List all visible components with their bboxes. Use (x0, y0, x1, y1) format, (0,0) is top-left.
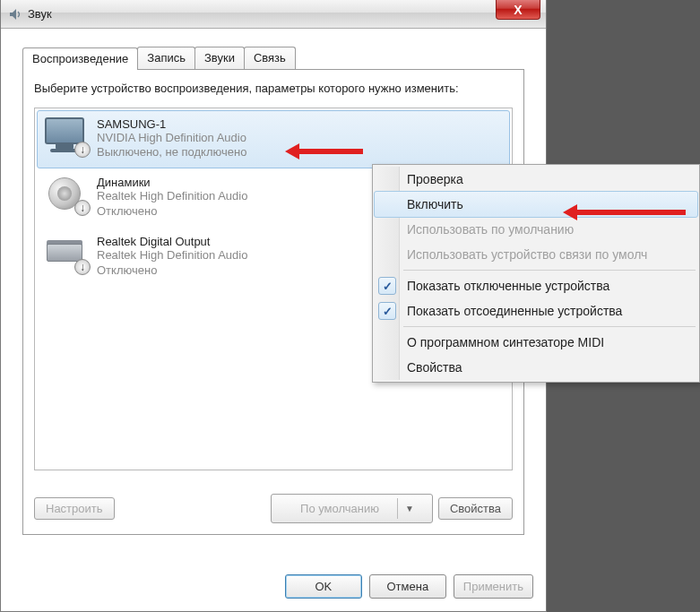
menu-test[interactable]: Проверка (375, 167, 697, 192)
check-icon: ✓ (378, 302, 396, 320)
menu-label: Показать отсоединенные устройства (407, 304, 622, 318)
ok-button[interactable]: OK (285, 574, 362, 599)
panel-buttons: Настроить По умолчанию ▼ Свойства (34, 494, 513, 523)
device-driver: NVIDIA High Definition Audio (97, 131, 504, 146)
device-item-samsung[interactable]: ↓ SAMSUNG-1 NVIDIA High Definition Audio… (37, 110, 510, 169)
device-context-menu: Проверка Включить Использовать по умолча… (372, 164, 700, 383)
apply-button[interactable]: Применить (454, 574, 533, 599)
set-default-label: По умолчанию (282, 498, 398, 519)
set-default-button[interactable]: По умолчанию ▼ (271, 494, 433, 523)
close-icon: X (514, 3, 522, 17)
titlebar: Звук X (1, 0, 546, 29)
menu-show-disabled[interactable]: ✓ Показать отключенные устройства (375, 273, 697, 298)
dialog-buttons: OK Отмена Применить (285, 574, 533, 599)
close-button[interactable]: X (496, 0, 540, 20)
down-arrow-badge-icon: ↓ (74, 142, 91, 158)
window-title: Звук (28, 7, 52, 21)
menu-set-default[interactable]: Использовать по умолчанию (375, 217, 697, 242)
annotation-arrow (569, 210, 686, 215)
configure-button[interactable]: Настроить (34, 497, 115, 520)
properties-button[interactable]: Свойства (438, 497, 513, 520)
menu-separator (403, 326, 696, 327)
monitor-icon: ↓ (43, 117, 86, 155)
tab-sounds[interactable]: Звуки (194, 47, 245, 69)
menu-label: Показать отключенные устройства (407, 279, 609, 293)
chevron-down-icon[interactable]: ▼ (398, 500, 421, 517)
down-arrow-badge-icon: ↓ (74, 259, 91, 275)
speaker-icon: ↓ (43, 176, 86, 213)
tab-communications[interactable]: Связь (244, 47, 296, 69)
menu-show-disconnected[interactable]: ✓ Показать отсоединенные устройства (375, 298, 697, 323)
menu-set-comm-default[interactable]: Использовать устройство связи по умолч (375, 242, 697, 267)
tab-playback[interactable]: Воспроизведение (22, 47, 138, 70)
check-icon: ✓ (378, 277, 396, 295)
tab-recording[interactable]: Запись (137, 47, 195, 69)
tab-strip: Воспроизведение Запись Звуки Связь (22, 47, 524, 69)
menu-about-midi[interactable]: О программном синтезаторе MIDI (375, 330, 697, 355)
instruction-text: Выберите устройство воспроизведения, пар… (34, 81, 513, 97)
sound-icon (8, 7, 22, 22)
down-arrow-badge-icon: ↓ (74, 200, 91, 216)
annotation-arrow (291, 149, 363, 154)
audio-device-icon: ↓ (43, 235, 86, 272)
menu-properties[interactable]: Свойства (375, 355, 697, 380)
device-name: SAMSUNG-1 (97, 117, 504, 131)
menu-separator (403, 270, 696, 271)
cancel-button[interactable]: Отмена (369, 574, 446, 599)
